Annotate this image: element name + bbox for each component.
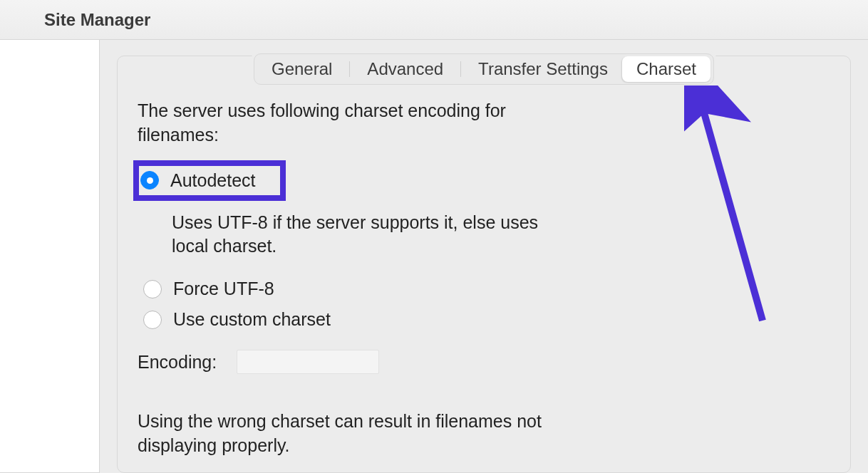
encoding-input[interactable]: [237, 350, 379, 374]
tab-bar: General Advanced Transfer Settings Chars…: [254, 53, 714, 85]
charset-intro-text: The server uses following charset encodi…: [138, 99, 537, 147]
autodetect-description: Uses UTF-8 if the server supports it, el…: [143, 211, 542, 259]
radio-icon: [140, 171, 159, 189]
encoding-label: Encoding:: [138, 352, 217, 373]
radio-label-force-utf8: Force UTF-8: [173, 279, 274, 299]
radio-option-custom-charset[interactable]: Use custom charset: [143, 309, 830, 330]
radio-option-autodetect[interactable]: Autodetect: [140, 170, 256, 191]
tab-separator: [460, 61, 461, 77]
radio-icon: [143, 280, 162, 298]
annotation-highlight-box: Autodetect: [133, 160, 286, 201]
charset-warning-text: Using the wrong charset can result in fi…: [138, 410, 565, 458]
window-titlebar: Site Manager: [0, 0, 868, 40]
tab-advanced[interactable]: Advanced: [353, 56, 458, 82]
radio-label-autodetect: Autodetect: [170, 170, 256, 191]
charset-group-box: General Advanced Transfer Settings Chars…: [117, 56, 851, 473]
encoding-row: Encoding:: [138, 350, 830, 374]
tab-general[interactable]: General: [257, 56, 346, 82]
radio-icon: [143, 311, 162, 329]
radio-label-custom-charset: Use custom charset: [173, 309, 331, 330]
radio-option-force-utf8[interactable]: Force UTF-8: [143, 279, 830, 299]
window-title: Site Manager: [44, 10, 150, 30]
settings-panel: General Advanced Transfer Settings Chars…: [100, 40, 868, 473]
site-list-pane[interactable]: [0, 40, 100, 473]
tab-separator: [349, 61, 350, 77]
content-area: General Advanced Transfer Settings Chars…: [0, 40, 868, 473]
charset-options: Autodetect Uses UTF-8 if the server supp…: [138, 160, 830, 331]
tab-transfer-settings[interactable]: Transfer Settings: [464, 56, 622, 82]
tab-charset[interactable]: Charset: [622, 56, 711, 82]
